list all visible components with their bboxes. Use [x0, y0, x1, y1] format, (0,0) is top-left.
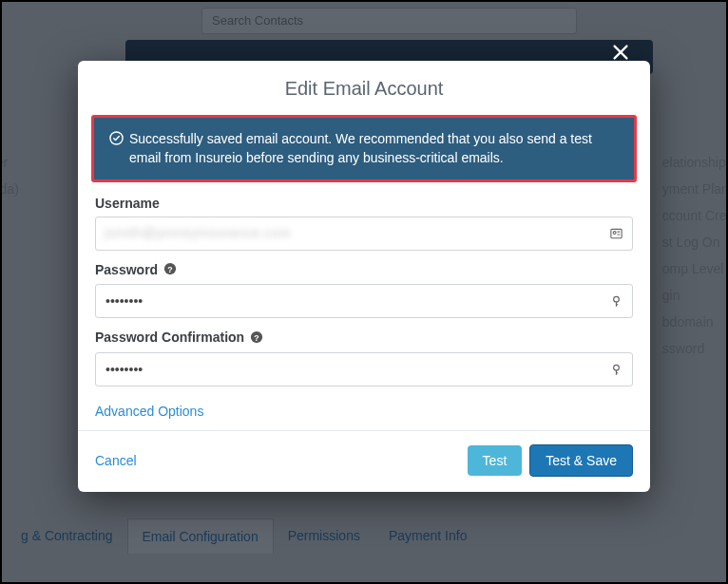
key-icon — [609, 363, 623, 377]
password-confirmation-group: Password Confirmation ? — [95, 330, 633, 386]
username-value-blurred: jsmith@pinneyinsurance.com — [105, 225, 291, 240]
svg-text:?: ? — [167, 265, 172, 274]
username-label: Username — [95, 196, 633, 211]
username-group: Username jsmith@pinneyinsurance.com — [95, 196, 633, 251]
help-icon[interactable]: ? — [250, 330, 263, 347]
password-confirmation-label: Password Confirmation ? — [95, 330, 633, 347]
svg-point-9 — [614, 297, 620, 303]
edit-email-account-modal: Edit Email Account Successfully saved em… — [78, 61, 650, 492]
close-icon[interactable] — [610, 40, 631, 69]
cancel-button[interactable]: Cancel — [95, 453, 137, 468]
svg-rect-3 — [611, 229, 622, 237]
test-and-save-button[interactable]: Test & Save — [529, 444, 633, 477]
password-conf-label-text: Password Confirmation — [95, 330, 244, 345]
svg-point-4 — [613, 231, 616, 234]
help-icon[interactable]: ? — [163, 262, 177, 278]
svg-point-14 — [614, 366, 620, 371]
key-icon — [609, 294, 623, 309]
modal-form: Username jsmith@pinneyinsurance.com Pass… — [78, 194, 650, 431]
modal-footer: Cancel Test Test & Save — [78, 430, 650, 492]
alert-text: Successfully saved email account. We rec… — [129, 129, 619, 168]
password-input[interactable] — [95, 284, 633, 318]
password-confirmation-input[interactable] — [95, 352, 633, 386]
contact-card-icon — [609, 226, 623, 240]
password-label: Password ? — [95, 262, 633, 279]
password-label-text: Password — [95, 262, 158, 277]
advanced-options-link[interactable]: Advanced Options — [95, 398, 203, 421]
check-circle-icon — [109, 129, 124, 168]
password-group: Password ? — [95, 262, 633, 319]
success-alert: Successfully saved email account. We rec… — [91, 115, 637, 182]
test-button[interactable]: Test — [468, 445, 523, 476]
modal-title: Edit Email Account — [78, 61, 650, 115]
svg-text:?: ? — [254, 333, 259, 343]
